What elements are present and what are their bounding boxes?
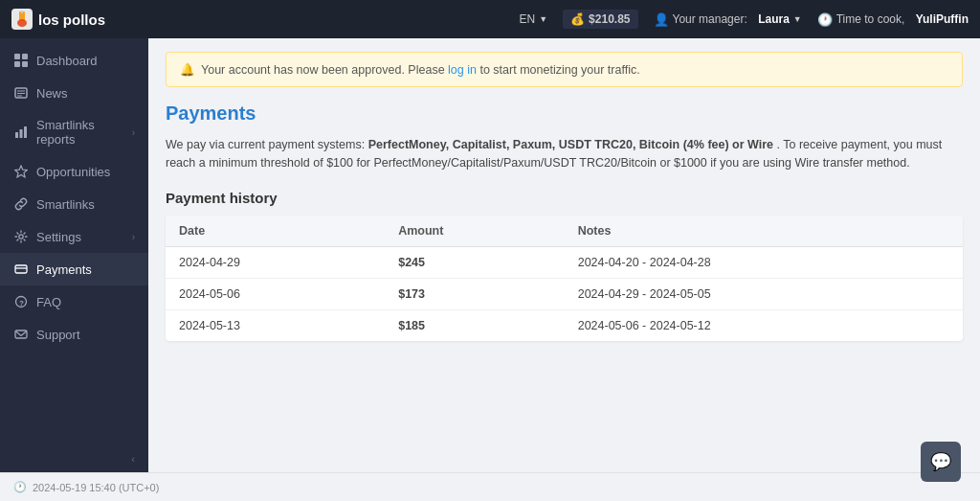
link-icon bbox=[13, 196, 29, 212]
sidebar-item-dashboard-label: Dashboard bbox=[36, 54, 135, 68]
svg-rect-4 bbox=[14, 54, 20, 59]
bar-chart-icon bbox=[13, 125, 29, 140]
question-icon: ? bbox=[13, 294, 29, 309]
chat-icon: 💬 bbox=[930, 451, 951, 472]
cell-notes: 2024-05-06 - 2024-05-12 bbox=[565, 309, 963, 341]
sidebar-item-smartlinks-reports[interactable]: Smartlinks reports › bbox=[0, 109, 148, 155]
clock-footer-icon: 🕐 bbox=[13, 481, 27, 493]
login-link[interactable]: log in bbox=[448, 63, 477, 77]
balance-display[interactable]: 💰 $210.85 bbox=[563, 10, 637, 29]
wallet-icon: 💰 bbox=[570, 12, 585, 26]
cell-amount: $245 bbox=[385, 246, 564, 278]
gear-icon bbox=[13, 229, 29, 244]
footer-timestamp: 2024-05-19 15:40 (UTC+0) bbox=[33, 482, 159, 493]
svg-rect-6 bbox=[14, 61, 20, 67]
language-selector[interactable]: EN ▼ bbox=[520, 12, 548, 26]
sidebar: Dashboard News Smartlinks reports › Oppo… bbox=[0, 38, 148, 472]
sidebar-item-settings[interactable]: Settings › bbox=[0, 220, 148, 253]
time-to-cook: 🕐 Time to cook, YuliPuffin bbox=[817, 12, 969, 27]
alert-text: Your account has now been approved. Plea… bbox=[201, 63, 640, 77]
cell-notes: 2024-04-20 - 2024-04-28 bbox=[565, 246, 963, 278]
sidebar-item-smartlinks-label: Smartlinks bbox=[36, 197, 135, 212]
app-logo[interactable]: los pollos bbox=[11, 9, 105, 30]
payments-table: Date Amount Notes 2024-04-29$2452024-04-… bbox=[166, 216, 963, 341]
sidebar-item-opportunities-label: Opportunities bbox=[36, 165, 135, 179]
sidebar-item-smartlinks[interactable]: Smartlinks bbox=[0, 188, 148, 220]
svg-rect-13 bbox=[20, 129, 23, 138]
alert-emoji: 🔔 bbox=[180, 62, 195, 77]
sidebar-item-faq-label: FAQ bbox=[36, 295, 135, 309]
svg-rect-7 bbox=[22, 61, 28, 67]
chat-button[interactable]: 💬 bbox=[921, 442, 961, 482]
grid-icon bbox=[13, 53, 29, 68]
topnav-right: EN ▼ 💰 $210.85 👤 Your manager: Laura ▼ 🕐… bbox=[520, 10, 969, 29]
app-name: los pollos bbox=[38, 11, 105, 28]
clock-icon: 🕐 bbox=[817, 12, 833, 27]
svg-rect-12 bbox=[15, 132, 18, 138]
manager-info[interactable]: 👤 Your manager: Laura ▼ bbox=[654, 12, 802, 27]
footer: 🕐 2024-05-19 15:40 (UTC+0) bbox=[0, 472, 980, 501]
col-amount: Amount bbox=[385, 216, 564, 247]
svg-point-3 bbox=[17, 19, 27, 27]
sidebar-item-dashboard[interactable]: Dashboard bbox=[0, 44, 148, 77]
newspaper-icon bbox=[13, 85, 29, 101]
topnav: los pollos EN ▼ 💰 $210.85 👤 Your manager… bbox=[0, 0, 980, 38]
cell-date: 2024-05-06 bbox=[166, 278, 385, 309]
chevron-right-icon: › bbox=[132, 127, 135, 138]
payments-icon bbox=[13, 262, 29, 277]
sidebar-item-opportunities[interactable]: Opportunities bbox=[0, 155, 148, 188]
svg-rect-2 bbox=[21, 11, 23, 13]
svg-point-16 bbox=[19, 235, 23, 239]
main-layout: Dashboard News Smartlinks reports › Oppo… bbox=[0, 38, 980, 472]
table-row: 2024-04-29$2452024-04-20 - 2024-04-28 bbox=[166, 246, 963, 278]
person-icon: 👤 bbox=[654, 12, 669, 27]
cell-amount: $185 bbox=[385, 309, 564, 341]
sidebar-item-payments-label: Payments bbox=[36, 262, 135, 277]
svg-text:?: ? bbox=[19, 299, 24, 307]
sidebar-item-support[interactable]: Support bbox=[0, 318, 148, 351]
sidebar-item-faq[interactable]: ? FAQ bbox=[0, 285, 148, 318]
col-notes: Notes bbox=[565, 216, 963, 247]
svg-rect-5 bbox=[22, 54, 28, 59]
svg-rect-14 bbox=[24, 126, 27, 138]
svg-rect-17 bbox=[15, 265, 27, 273]
svg-marker-15 bbox=[15, 166, 28, 177]
main-content: 🔔 Your account has now been approved. Pl… bbox=[148, 38, 980, 472]
sidebar-item-smartlinks-reports-label: Smartlinks reports bbox=[36, 118, 124, 147]
payment-history-heading: Payment history bbox=[166, 190, 963, 206]
col-date: Date bbox=[166, 216, 385, 247]
sidebar-item-settings-label: Settings bbox=[36, 230, 124, 244]
cell-notes: 2024-04-29 - 2024-05-05 bbox=[565, 278, 963, 309]
table-row: 2024-05-13$1852024-05-06 - 2024-05-12 bbox=[166, 309, 963, 341]
table-row: 2024-05-06$1732024-04-29 - 2024-05-05 bbox=[166, 278, 963, 309]
approval-alert: 🔔 Your account has now been approved. Pl… bbox=[166, 52, 963, 87]
sidebar-item-news-label: News bbox=[36, 86, 135, 101]
mail-icon bbox=[13, 327, 29, 342]
cell-date: 2024-05-13 bbox=[166, 309, 385, 341]
sidebar-collapse-button[interactable]: ‹ bbox=[0, 445, 148, 472]
cell-date: 2024-04-29 bbox=[166, 246, 385, 278]
lang-chevron-icon: ▼ bbox=[539, 14, 547, 24]
collapse-arrow-icon: ‹ bbox=[131, 453, 135, 465]
sidebar-item-payments[interactable]: Payments bbox=[0, 253, 148, 285]
star-icon bbox=[13, 164, 29, 179]
page-title: Payments bbox=[166, 102, 963, 125]
sidebar-item-support-label: Support bbox=[36, 328, 135, 342]
manager-chevron-icon: ▼ bbox=[793, 14, 802, 24]
cell-amount: $173 bbox=[385, 278, 564, 309]
payment-info-text: We pay via current payment systems: Perf… bbox=[166, 136, 963, 172]
settings-chevron-icon: › bbox=[132, 232, 135, 242]
sidebar-item-news[interactable]: News bbox=[0, 77, 148, 109]
